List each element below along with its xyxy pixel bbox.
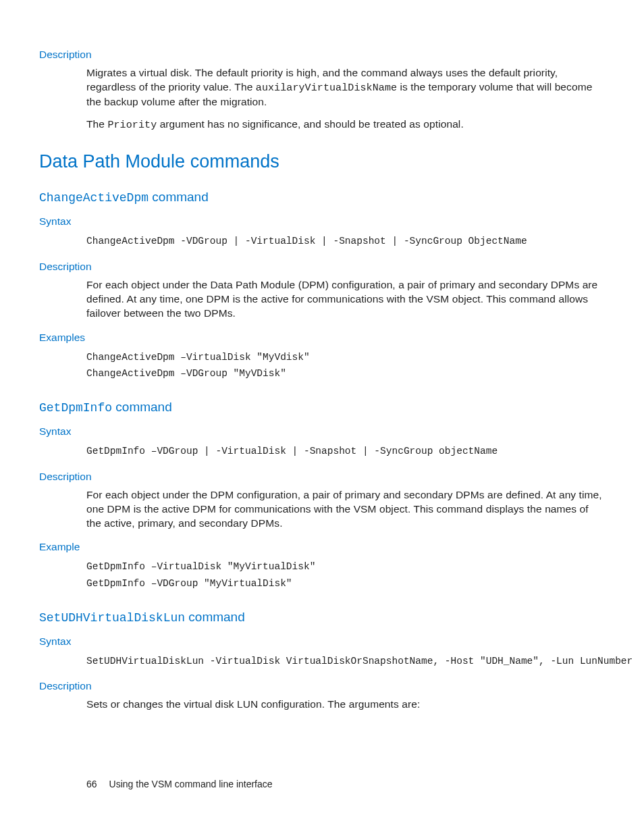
cmd1-desc-label: Description (39, 261, 605, 273)
text: argument has no significance, and should… (157, 118, 464, 130)
page-footer: 66Using the VSM command line interface (86, 779, 273, 789)
cmd2-suffix: command (112, 400, 172, 414)
cmd3-name: SetUDHVirtualDiskLun (39, 611, 185, 625)
cmd2-desc-label: Description (39, 471, 605, 483)
cmd1-desc: For each object under the Data Path Modu… (86, 278, 605, 321)
top-desc-p2: The Priority argument has no significanc… (86, 118, 605, 132)
footer-title: Using the VSM command line interface (109, 779, 273, 789)
cmd3-desc-label: Description (39, 680, 605, 692)
description-label-top: Description (39, 49, 605, 61)
inline-code: auxilaryVirtualDiskName (256, 82, 397, 94)
cmd2-syntax: GetDpmInfo –VDGroup | -VirtualDisk | -Sn… (86, 443, 605, 460)
cmd1-examples: ChangeActiveDpm –VirtualDisk "MyVdisk" C… (86, 349, 605, 382)
cmd2-heading: GetDpmInfo command (39, 400, 605, 415)
cmd1-heading: ChangeActiveDpm command (39, 190, 605, 205)
cmd2-name: GetDpmInfo (39, 401, 112, 415)
cmd2-syntax-label: Syntax (39, 425, 605, 438)
page: Description Migrates a virtual disk. The… (0, 0, 644, 834)
cmd1-suffix: command (149, 190, 209, 204)
cmd3-suffix: command (185, 610, 245, 624)
inline-code: Priority (107, 120, 157, 131)
text: The (86, 118, 107, 130)
cmd3-heading: SetUDHVirtualDiskLun command (39, 610, 605, 625)
top-desc-p1: Migrates a virtual disk. The default pri… (86, 66, 605, 109)
cmd1-examples-label: Examples (39, 332, 605, 344)
page-number: 66 (86, 779, 97, 789)
section-heading: Data Path Module commands (39, 151, 605, 172)
cmd1-syntax: ChangeActiveDpm -VDGroup | -VirtualDisk … (86, 233, 605, 250)
cmd3-syntax-label: Syntax (39, 635, 605, 648)
cmd3-desc: Sets or changes the virtual disk LUN con… (86, 698, 605, 712)
cmd2-example: GetDpmInfo –VirtualDisk "MyVirtualDisk" … (86, 558, 605, 592)
cmd2-example-label: Example (39, 541, 605, 553)
cmd1-name: ChangeActiveDpm (39, 191, 149, 205)
cmd1-syntax-label: Syntax (39, 215, 605, 228)
cmd2-desc: For each object under the DPM configurat… (86, 488, 605, 531)
cmd3-syntax: SetUDHVirtualDiskLun -VirtualDisk Virtua… (86, 653, 605, 670)
